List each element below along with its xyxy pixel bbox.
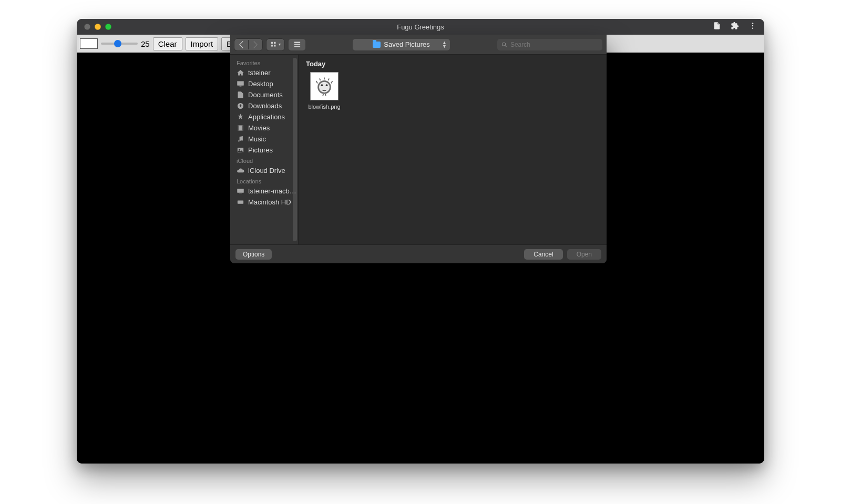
svg-rect-9: [294, 46, 300, 47]
window-title: Fugu Greetings: [77, 23, 764, 31]
sidebar-item-label: iCloud Drive: [248, 167, 285, 174]
svg-rect-15: [242, 126, 243, 131]
titlebar: Fugu Greetings: [77, 19, 764, 35]
color-swatch[interactable]: [80, 38, 98, 49]
svg-rect-22: [238, 200, 243, 203]
sidebar-item-home[interactable]: tsteiner: [232, 67, 296, 78]
search-field[interactable]: [497, 39, 602, 50]
sidebar-item-label: Applications: [248, 113, 285, 121]
svg-point-26: [326, 84, 328, 86]
svg-rect-10: [237, 81, 244, 86]
sidebar-item-documents[interactable]: Documents: [232, 89, 296, 100]
scrollbar[interactable]: [293, 58, 297, 241]
group-header: Today: [306, 60, 599, 68]
location-dropdown[interactable]: Saved Pictures ▲▼: [353, 39, 450, 50]
svg-rect-3: [271, 42, 273, 44]
file-item[interactable]: blowfish.png: [306, 72, 343, 110]
svg-rect-6: [274, 45, 276, 47]
svg-point-19: [239, 149, 240, 150]
svg-rect-14: [238, 126, 239, 131]
app-window: Fugu Greetings 25 Clear Import Expo: [77, 19, 764, 464]
svg-rect-7: [294, 42, 300, 44]
sidebar-item-macintosh-hd[interactable]: Macintosh HD: [232, 197, 296, 208]
sidebar-header-locations: Locations: [232, 176, 296, 186]
cancel-button[interactable]: Cancel: [524, 249, 562, 260]
folder-icon: [373, 42, 381, 48]
sidebar-item-desktop[interactable]: Desktop: [232, 78, 296, 89]
svg-rect-11: [240, 86, 242, 86]
sidebar-item-music[interactable]: Music: [232, 133, 296, 145]
search-input[interactable]: [510, 41, 598, 48]
sidebar-header-favorites: Favorites: [232, 58, 296, 67]
sidebar-item-label: Documents: [248, 91, 283, 99]
svg-rect-5: [271, 45, 273, 47]
group-by-button[interactable]: [289, 39, 305, 50]
sidebar-item-pictures[interactable]: Pictures: [232, 145, 296, 156]
location-label: Saved Pictures: [384, 40, 429, 48]
options-button[interactable]: Options: [235, 249, 272, 260]
sidebar-item-label: Macintosh HD: [248, 198, 291, 206]
import-button[interactable]: Import: [186, 37, 219, 50]
search-icon: [501, 42, 507, 48]
svg-rect-21: [239, 193, 242, 193]
brush-size-slider[interactable]: [101, 43, 138, 45]
svg-rect-20: [237, 189, 244, 193]
back-button[interactable]: [234, 39, 248, 50]
sidebar-item-icloud-drive[interactable]: iCloud Drive: [232, 165, 296, 176]
dialog-footer: Options Cancel Open: [230, 244, 607, 263]
sidebar-item-label: Desktop: [248, 80, 273, 88]
svg-point-16: [238, 140, 240, 142]
view-mode-button[interactable]: ▾: [266, 39, 284, 50]
sidebar-item-label: Pictures: [248, 146, 273, 154]
file-thumbnail: [310, 72, 339, 100]
sidebar: Favorites tsteiner Desktop Documents Dow…: [230, 55, 299, 244]
sidebar-item-label: Movies: [248, 124, 270, 132]
open-button[interactable]: Open: [567, 249, 601, 260]
sidebar-item-label: Downloads: [248, 102, 282, 110]
chevron-updown-icon: ▲▼: [442, 41, 447, 48]
sidebar-item-downloads[interactable]: Downloads: [232, 100, 296, 111]
svg-rect-4: [274, 42, 276, 44]
sidebar-item-applications[interactable]: Applications: [232, 111, 296, 122]
sidebar-item-label: tsteiner-macb…: [248, 187, 296, 195]
sidebar-header-icloud: iCloud: [232, 156, 296, 165]
file-open-dialog: ▾ Saved Pictures ▲▼ Favorites tste: [230, 35, 607, 263]
nav-buttons: [234, 39, 262, 50]
brush-size-value: 25: [141, 39, 150, 48]
sidebar-item-label: Music: [248, 135, 266, 143]
sidebar-item-computer[interactable]: tsteiner-macb…: [232, 186, 296, 197]
svg-point-25: [321, 84, 323, 86]
forward-button[interactable]: [249, 39, 262, 50]
sidebar-item-movies[interactable]: Movies: [232, 122, 296, 133]
clear-button[interactable]: Clear: [153, 37, 182, 50]
svg-point-17: [241, 139, 243, 141]
file-name: blowfish.png: [308, 104, 340, 110]
dialog-toolbar: ▾ Saved Pictures ▲▼: [230, 35, 607, 55]
svg-rect-8: [294, 44, 300, 45]
file-grid-area: Today: [299, 55, 607, 244]
sidebar-item-label: tsteiner: [248, 69, 271, 77]
